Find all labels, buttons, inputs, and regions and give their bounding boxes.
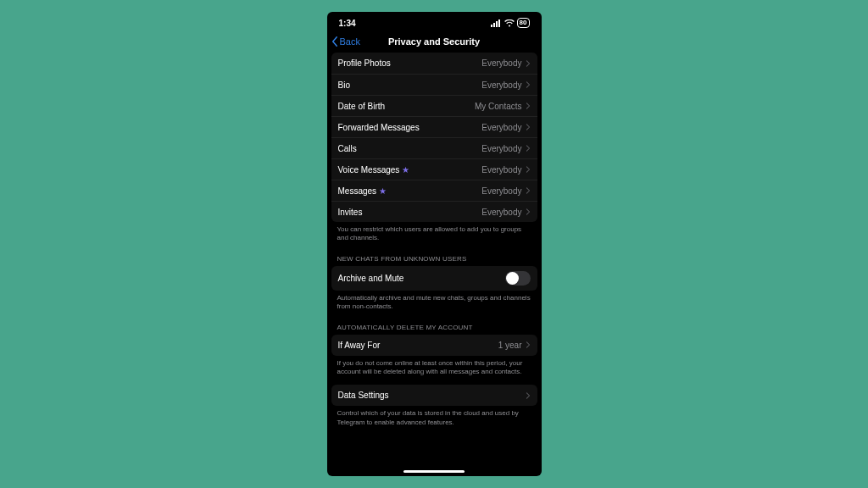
chevron-right-icon: [526, 392, 531, 399]
privacy-row-label: Messages ★: [338, 186, 387, 196]
auto-delete-footer: If you do not come online at least once …: [327, 356, 542, 377]
status-time: 1:34: [339, 19, 356, 28]
new-chats-header: NEW CHATS FROM UNKNOWN USERS: [327, 243, 542, 266]
new-chats-list: Archive and Mute: [331, 266, 537, 291]
privacy-row[interactable]: Date of Birth My Contacts: [331, 95, 537, 116]
data-settings-row[interactable]: Data Settings: [331, 385, 537, 406]
privacy-row[interactable]: Voice Messages ★Everybody: [331, 158, 537, 180]
privacy-row-value: Everybody: [481, 58, 521, 68]
premium-star-icon: ★: [379, 186, 387, 196]
privacy-row-value: Everybody: [481, 144, 521, 153]
archive-mute-row[interactable]: Archive and Mute: [331, 266, 537, 291]
privacy-footer: You can restrict which users are allowed…: [327, 222, 542, 243]
archive-mute-label: Archive and Mute: [338, 274, 404, 283]
wifi-icon: [504, 19, 515, 27]
data-settings-list: Data Settings: [331, 385, 537, 406]
svg-rect-2: [496, 21, 498, 27]
privacy-row[interactable]: Bio Everybody: [331, 74, 537, 95]
privacy-row[interactable]: Profile Photos Everybody: [331, 53, 537, 74]
toggle-knob: [506, 272, 519, 285]
privacy-row-value: Everybody: [481, 123, 521, 132]
svg-rect-3: [498, 19, 500, 27]
if-away-for-value: 1 year: [498, 341, 522, 350]
chevron-left-icon: [331, 36, 339, 47]
archive-mute-toggle[interactable]: [505, 271, 531, 286]
privacy-row-value: Everybody: [481, 186, 521, 196]
back-label: Back: [340, 36, 360, 47]
privacy-row[interactable]: Calls Everybody: [331, 137, 537, 158]
chevron-right-icon: [526, 341, 531, 348]
svg-rect-1: [493, 23, 495, 27]
auto-delete-list: If Away For 1 year: [331, 335, 537, 356]
privacy-row-label: Voice Messages ★: [338, 165, 410, 175]
status-bar: 1:34 80: [327, 12, 542, 30]
chevron-right-icon: [526, 124, 531, 130]
privacy-row[interactable]: Forwarded Messages Everybody: [331, 116, 537, 137]
privacy-row-label: Profile Photos: [338, 58, 391, 68]
auto-delete-header: AUTOMATICALLY DELETE MY ACCOUNT: [327, 312, 542, 335]
privacy-row-label: Invites: [338, 208, 363, 217]
status-right: 80: [491, 18, 530, 28]
privacy-row-label: Bio: [338, 80, 350, 90]
privacy-row-value: Everybody: [481, 80, 521, 90]
data-settings-label: Data Settings: [338, 391, 389, 400]
cellular-icon: [491, 19, 502, 27]
privacy-row-label: Forwarded Messages: [338, 123, 420, 132]
chevron-right-icon: [526, 187, 531, 194]
privacy-row-value: My Contacts: [475, 102, 522, 111]
privacy-list: Profile Photos EverybodyBio EverybodyDat…: [331, 53, 537, 222]
privacy-row[interactable]: Messages ★Everybody: [331, 180, 537, 201]
battery-icon: 80: [517, 18, 530, 28]
chevron-right-icon: [526, 208, 531, 215]
chevron-right-icon: [526, 60, 531, 67]
premium-star-icon: ★: [402, 165, 409, 175]
privacy-row-value: Everybody: [481, 165, 521, 175]
new-chats-footer: Automatically archive and mute new chats…: [327, 291, 542, 312]
chevron-right-icon: [526, 81, 531, 88]
privacy-row-label: Calls: [338, 144, 357, 153]
if-away-for-row[interactable]: If Away For 1 year: [331, 335, 537, 356]
chevron-right-icon: [526, 103, 531, 109]
content-scroll[interactable]: Profile Photos EverybodyBio EverybodyDat…: [327, 53, 542, 476]
nav-bar: Back Privacy and Security: [327, 30, 542, 53]
chevron-right-icon: [526, 166, 531, 173]
phone-frame: 1:34 80 Back Privacy and Security Profil…: [327, 12, 542, 476]
if-away-for-label: If Away For: [338, 341, 381, 350]
home-indicator[interactable]: [403, 470, 465, 473]
privacy-row[interactable]: Invites Everybody: [331, 201, 537, 222]
privacy-row-value: Everybody: [481, 208, 521, 217]
data-settings-footer: Control which of your data is stored in …: [327, 406, 542, 427]
svg-rect-0: [491, 25, 492, 27]
privacy-row-label: Date of Birth: [338, 102, 386, 111]
back-button[interactable]: Back: [331, 36, 360, 47]
chevron-right-icon: [526, 145, 531, 152]
